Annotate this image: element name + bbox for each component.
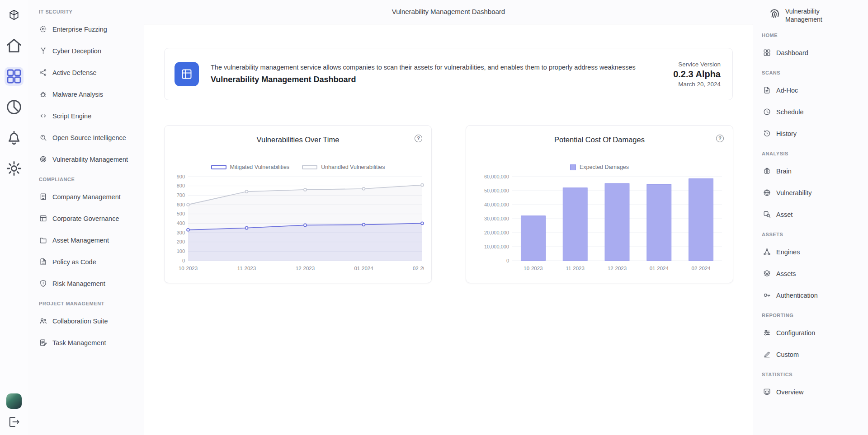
- sidebar-section-project-management: PROJECT MANAGEMENT: [39, 301, 137, 306]
- gear-icon: [5, 159, 24, 178]
- rightbar-item-brain[interactable]: Brain: [762, 162, 863, 180]
- chart-title: Potential Cost Of Damages: [474, 136, 725, 144]
- sidebar-item-task-management[interactable]: Task Management: [36, 333, 137, 352]
- nav-item-label: Authentication: [776, 292, 818, 299]
- rightbar-item-engines[interactable]: Engines: [762, 243, 863, 261]
- rail-notifications-button[interactable]: [5, 128, 24, 147]
- svg-text:30,000,000: 30,000,000: [484, 216, 509, 221]
- icon-rail: [0, 0, 28, 435]
- sidebar-item-policy-as-code[interactable]: Policy as Code: [36, 253, 137, 271]
- rightbar-item-overview[interactable]: Overview: [762, 383, 863, 401]
- dashboard-icon: [763, 48, 771, 57]
- logout-button[interactable]: [7, 415, 21, 429]
- script-icon: [39, 112, 47, 120]
- sidebar-item-company-management[interactable]: Company Management: [36, 187, 137, 206]
- brain-icon: [763, 167, 771, 175]
- svg-text:500: 500: [177, 211, 185, 216]
- rightbar-item-assets[interactable]: Assets: [762, 264, 863, 283]
- svg-text:10,000,000: 10,000,000: [484, 244, 509, 249]
- banner-title: Vulnerability Management Dashboard: [211, 75, 661, 84]
- rightbar-item-ad-hoc[interactable]: Ad-Hoc: [762, 81, 863, 99]
- svg-text:12-2023: 12-2023: [296, 266, 315, 271]
- svg-text:60,000,000: 60,000,000: [484, 174, 509, 179]
- rail-settings-button[interactable]: [5, 159, 24, 178]
- chart-card-vulnerabilities-over-time: Vulnerabilities Over Time ? Mitigated Vu…: [164, 125, 432, 283]
- banner-icon-tile: [175, 62, 199, 86]
- company-icon: [39, 192, 47, 201]
- nav-item-label: Schedule: [776, 108, 803, 116]
- chart-legend: Expected Damages: [474, 164, 725, 170]
- svg-text:10-2023: 10-2023: [524, 266, 542, 271]
- rail-home-button[interactable]: [5, 36, 24, 55]
- rightbar-section-statistics: STATISTICS: [762, 372, 863, 377]
- rightbar-item-asset[interactable]: Asset: [762, 205, 863, 224]
- svg-text:200: 200: [177, 239, 185, 244]
- charts-row: Vulnerabilities Over Time ? Mitigated Vu…: [164, 125, 733, 283]
- rightbar-item-custom[interactable]: Custom: [762, 345, 863, 364]
- svg-text:700: 700: [177, 192, 185, 198]
- rightbar-item-configuration[interactable]: Configuration: [762, 323, 863, 342]
- legend-mitigated-vulnerabilities[interactable]: Mitigated Vulnerabilities: [211, 164, 290, 170]
- main-area: Vulnerability Management Dashboard The v…: [144, 0, 762, 435]
- rightbar-item-history[interactable]: History: [762, 124, 863, 143]
- svg-text:02-2024: 02-2024: [691, 266, 711, 271]
- legend-swatch: [211, 165, 226, 169]
- nav-item-label: Active Defense: [52, 69, 97, 76]
- nav-item-label: Policy as Code: [52, 258, 96, 266]
- legend-expected-damages[interactable]: Expected Damages: [570, 164, 629, 170]
- legend-unhandled-vulnerabilities[interactable]: Unhandled Vulnerabilities: [302, 164, 385, 170]
- governance-icon: [39, 214, 47, 223]
- sidebar-item-corporate-governance[interactable]: Corporate Governance: [36, 209, 137, 228]
- rightbar-section-assets: ASSETS: [762, 232, 863, 237]
- sidebar-item-vulnerability-management[interactable]: Vulnerability Management: [36, 150, 137, 168]
- history-icon: [763, 129, 771, 138]
- rightbar-section-home: HOME: [762, 33, 863, 38]
- rightbar-item-schedule[interactable]: Schedule: [762, 103, 863, 121]
- rightbar-item-dashboard[interactable]: Dashboard: [762, 43, 863, 62]
- nav-item-label: Overview: [776, 388, 803, 396]
- rail-analytics-button[interactable]: [5, 98, 24, 117]
- sidebar-item-collaboration-suite[interactable]: Collaboration Suite: [36, 312, 137, 330]
- nav-item-label: Cyber Deception: [52, 47, 101, 55]
- help-icon[interactable]: ?: [716, 135, 724, 142]
- vulnerability-icon: [763, 188, 771, 197]
- sidebar-section-compliance: COMPLIANCE: [39, 177, 137, 182]
- sidebar-item-risk-management[interactable]: Risk Management: [36, 274, 137, 293]
- nav-item-label: Collaboration Suite: [52, 318, 108, 325]
- service-version-value: 0.2.3 Alpha: [673, 69, 721, 80]
- service-banner: The vulnerability management service all…: [164, 48, 733, 100]
- home-icon: [5, 36, 24, 55]
- nav-item-label: Company Management: [52, 193, 121, 201]
- svg-text:0: 0: [182, 258, 185, 263]
- nav-item-label: Vulnerability Management: [52, 156, 128, 163]
- nav-item-label: Task Management: [52, 339, 106, 346]
- sidebar-item-script-engine[interactable]: Script Engine: [36, 107, 137, 125]
- policy-icon: [39, 257, 47, 266]
- nav-item-label: Script Engine: [52, 112, 91, 120]
- nav-item-label: Risk Management: [52, 280, 105, 287]
- rightbar-item-authentication[interactable]: Authentication: [762, 286, 863, 304]
- sidebar-item-enterprise-fuzzing[interactable]: Enterprise Fuzzing: [36, 20, 137, 38]
- nav-item-label: Configuration: [776, 329, 815, 337]
- logo-icon: [8, 9, 20, 21]
- risk-icon: [39, 279, 47, 288]
- rail-dashboard-button[interactable]: [5, 67, 24, 86]
- nav-item-label: Assets: [776, 270, 796, 277]
- help-icon[interactable]: ?: [415, 135, 422, 142]
- line-chart: 010020030040050060070080090010-202311-20…: [173, 173, 424, 274]
- svg-text:40,000,000: 40,000,000: [484, 202, 509, 207]
- user-avatar[interactable]: [6, 393, 22, 409]
- sidebar-item-malware-analysis[interactable]: Malware Analysis: [36, 85, 137, 103]
- sidebar-item-cyber-deception[interactable]: Cyber Deception: [36, 42, 137, 60]
- nav-item-label: Brain: [776, 168, 792, 175]
- brand-label: Vulnerability Management: [785, 7, 835, 23]
- sidebar-item-asset-management[interactable]: Asset Management: [36, 231, 137, 249]
- sidebar-item-open-source-intelligence[interactable]: Open Source Intelligence: [36, 128, 137, 147]
- fingerprint-logo-icon: [768, 7, 781, 20]
- service-description: The vulnerability management service all…: [211, 64, 661, 71]
- rightbar-item-vulnerability[interactable]: Vulnerability: [762, 183, 863, 202]
- content-card: The vulnerability management service all…: [144, 24, 753, 435]
- sidebar-item-active-defense[interactable]: Active Defense: [36, 63, 137, 82]
- left-sidebar: IT SECURITYEnterprise FuzzingCyber Decep…: [28, 0, 144, 435]
- page-title: Vulnerability Management Dashboard: [144, 8, 753, 15]
